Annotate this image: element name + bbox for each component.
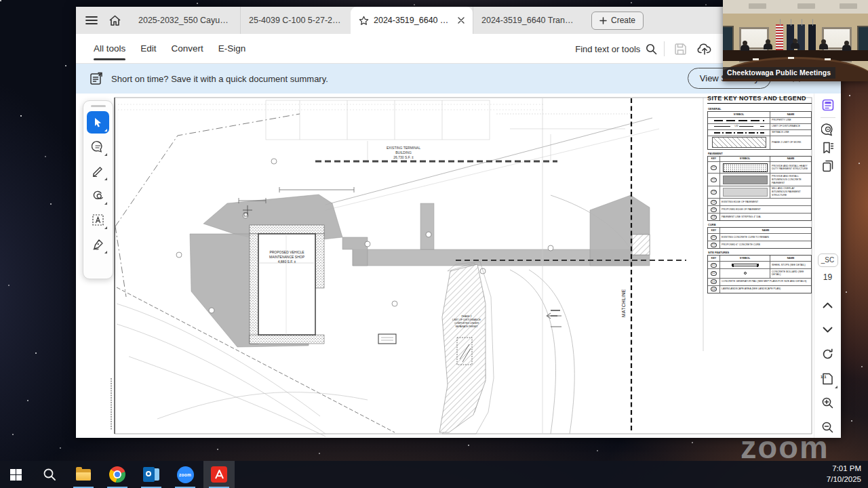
actual-size-icon xyxy=(822,372,833,386)
star-icon[interactable] xyxy=(359,16,369,26)
page-count: 19 xyxy=(823,272,832,282)
zoom-in-button[interactable] xyxy=(818,393,838,413)
legend-section-curb: CURB KEY NAME 2.1 EXISTING CONCRETE CURB… xyxy=(707,223,812,249)
save-icon xyxy=(674,43,687,56)
hamburger-menu-button[interactable] xyxy=(81,10,102,30)
taskbar-zoom[interactable]: zoom xyxy=(170,461,201,488)
text-select-tool-button[interactable] xyxy=(87,209,109,231)
outlook-icon xyxy=(143,467,159,482)
palette-drag-handle[interactable] xyxy=(91,105,106,107)
page-number-box[interactable]: _SC xyxy=(818,253,838,267)
chevron-down-icon xyxy=(823,327,833,333)
quick-tools-palette xyxy=(83,100,113,279)
taskbar-acrobat-active[interactable] xyxy=(203,461,235,488)
right-sidebar: _SC 19 1:1 xyxy=(814,94,841,438)
legend-row: 1.1 PROVIDE AND INSTALL HEAVY DUTY PAVEM… xyxy=(708,161,811,173)
phase2-label-line4: SEPARATE PERMIT xyxy=(455,325,478,328)
start-button[interactable] xyxy=(0,461,31,488)
meeting-person xyxy=(764,43,772,49)
legend-row: 4.4 LAWN/LANDSCAPE AREA (SEE LANDSCAPE P… xyxy=(708,285,811,293)
home-button[interactable] xyxy=(104,10,125,30)
legend-row: 2.2 PROPOSED 6" CONCRETE CURB xyxy=(708,241,811,248)
fill-sign-tool-button[interactable] xyxy=(87,233,109,256)
menu-esign[interactable]: E-Sign xyxy=(211,34,254,64)
legend-row: PHASE 2 LIMIT OF WORK xyxy=(708,136,811,149)
document-tab-4[interactable]: 2024-3519_6640 Transit_... xyxy=(473,7,583,34)
meeting-video-overlay[interactable]: Cheektowaga Public Meetings xyxy=(723,0,868,81)
taskbar-clock[interactable]: 7:01 PM 7/10/2025 xyxy=(827,464,861,485)
legend-section-general: GENERAL SYMBOL NAME PROPERTY LINE L/D L xyxy=(707,107,812,150)
cursor-icon xyxy=(92,117,104,128)
flag xyxy=(808,24,816,50)
lasso-icon xyxy=(92,189,104,202)
file-explorer-icon xyxy=(76,469,91,481)
select-tool-button[interactable] xyxy=(87,111,109,134)
legend-section-site-features: SITE FEATURES KEY SYMBOL NAME 4.1 WHEEL … xyxy=(707,251,812,293)
tab-close-icon[interactable] xyxy=(458,17,465,24)
lasso-tool-button[interactable] xyxy=(87,184,109,207)
tab-label: 2024-3519_6640 Transit_... xyxy=(481,16,575,25)
upload-cloud-button[interactable] xyxy=(696,40,713,58)
rotate-page-button[interactable] xyxy=(818,344,838,365)
notification-message: Short on time? Save it with a quick docu… xyxy=(111,74,328,84)
menu-convert[interactable]: Convert xyxy=(164,34,211,64)
clock-date: 7/10/2025 xyxy=(827,474,861,485)
document-tab-3-active[interactable]: 2024-3519_6640 Transi... xyxy=(351,7,473,34)
page-nav-group: 1:1 xyxy=(818,291,838,438)
tab-label: 2025-2032_550 Cayuga_2... xyxy=(138,16,232,25)
phase2-hatch-symbol xyxy=(712,137,766,148)
comments-icon xyxy=(821,123,835,136)
zoom-out-icon xyxy=(821,421,834,434)
legend-title: SITE KEY NOTES AND LEGEND xyxy=(707,95,812,104)
upload-cloud-icon xyxy=(697,43,712,56)
shop-label-line1: PROPOSED VEHICLE xyxy=(269,250,304,254)
taskbar-chrome[interactable] xyxy=(102,461,133,488)
bituminous-pavement-symbol xyxy=(723,176,768,184)
ai-summary-icon xyxy=(821,98,835,112)
create-button-label: Create xyxy=(611,16,635,25)
comments-panel-button[interactable] xyxy=(818,122,838,136)
comment-tool-button[interactable] xyxy=(87,136,109,158)
taskbar-file-explorer[interactable] xyxy=(68,461,99,488)
wheel-stop-symbol xyxy=(732,264,759,266)
mill-overlay-symbol xyxy=(723,188,768,197)
phase2-label-line2: LIMIT OF DISTURBANCE xyxy=(452,319,481,321)
pdf-page: PROPOSED VEHICLE MAINTENANCE SHOP 4,880 … xyxy=(76,94,814,438)
legend-row: 1.5 PROPOSED EDGE OF PAVEMENT xyxy=(708,205,811,213)
legend-row: 4.1 WHEEL STOPS (SEE DETAIL) xyxy=(708,261,811,268)
menu-all-tools[interactable]: All tools xyxy=(86,34,133,64)
document-tab-1[interactable]: 2025-2032_550 Cayuga_2... xyxy=(130,7,240,34)
clock-time: 7:01 PM xyxy=(827,464,861,474)
ai-summary-panel-button[interactable] xyxy=(818,98,838,112)
pages-panel-button[interactable] xyxy=(818,159,838,173)
zoom-in-icon xyxy=(821,396,834,409)
menu-edit[interactable]: Edit xyxy=(133,34,163,64)
shop-label-line3: 4,880 S.F. ± xyxy=(278,260,296,264)
bookmarks-panel-button[interactable] xyxy=(818,140,838,155)
legend-row: 2.1 EXISTING CONCRETE CURB TO REMAIN xyxy=(708,233,811,241)
fill-sign-pen-icon xyxy=(92,238,104,251)
text-select-icon xyxy=(92,214,104,226)
previous-page-button[interactable] xyxy=(818,296,838,316)
document-tab-2[interactable]: 25-4039 C-100 5-27-25.pdf xyxy=(240,7,351,34)
legend-row: 1.4 EXISTING EDGE OF PAVEMENT xyxy=(708,198,811,205)
plus-icon xyxy=(599,17,607,24)
terminal-label-line3: 26,730 S.F. ± xyxy=(393,155,414,159)
taskbar-outlook[interactable] xyxy=(136,461,167,488)
property-line-symbol xyxy=(714,120,764,121)
meeting-person xyxy=(741,45,749,51)
actual-size-button[interactable]: 1:1 xyxy=(818,369,838,389)
next-page-button[interactable] xyxy=(818,320,838,340)
save-button[interactable] xyxy=(671,40,689,58)
find-text-button[interactable]: Find text or tools xyxy=(575,43,657,55)
comment-bubble-icon xyxy=(92,140,104,153)
search-icon xyxy=(646,43,657,55)
draw-tool-button[interactable] xyxy=(87,160,109,182)
meeting-person xyxy=(819,43,828,49)
taskbar-search-button[interactable] xyxy=(34,461,65,488)
create-button[interactable]: Create xyxy=(591,12,644,30)
windows-logo-icon xyxy=(10,469,22,481)
legend-row: L/D LIMIT OF DISTURBANCE xyxy=(708,123,811,129)
zoom-out-button[interactable] xyxy=(818,418,838,438)
limit-of-disturbance-symbol: L/D xyxy=(714,125,764,128)
